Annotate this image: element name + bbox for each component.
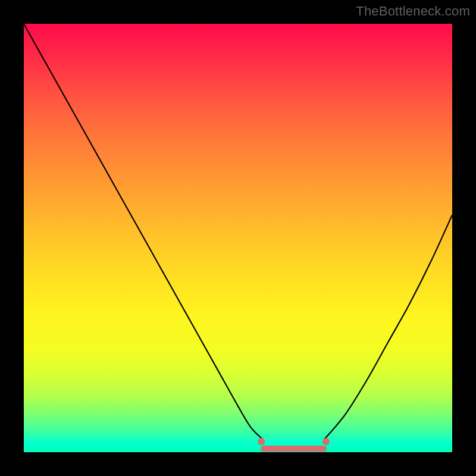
watermark-label: TheBottleneck.com xyxy=(356,4,470,19)
chart-frame: TheBottleneck.com xyxy=(0,0,476,476)
flat-cap-left-icon xyxy=(258,438,265,445)
flat-cap-right-icon xyxy=(322,438,330,445)
curve-left-arm xyxy=(24,24,264,440)
curve-svg xyxy=(24,24,452,452)
plot-area xyxy=(24,24,452,452)
curve-right-arm xyxy=(324,215,452,440)
